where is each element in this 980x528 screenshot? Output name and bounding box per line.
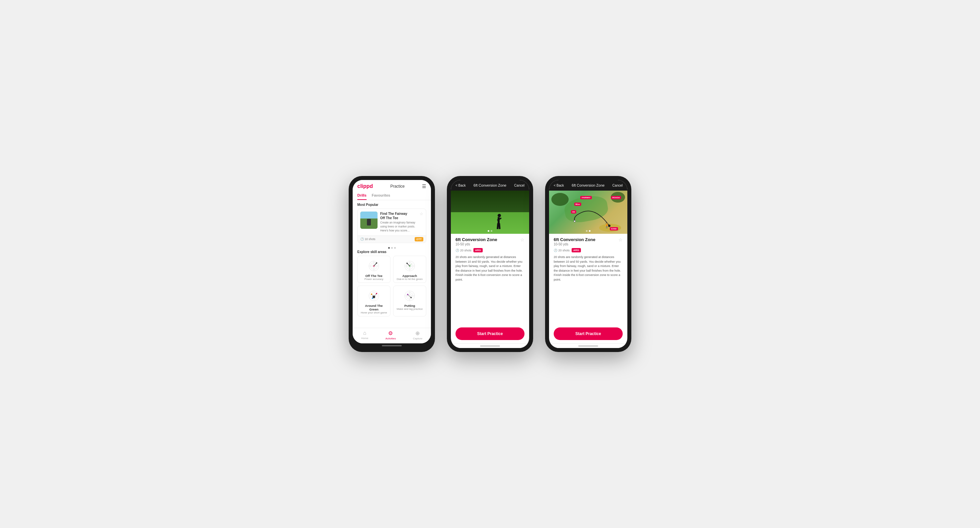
screen-title: Practice xyxy=(390,184,404,188)
drill-body-3: 6ft Conversion Zone 10-50 yds ☆ 🕐 20 sho… xyxy=(549,234,627,324)
svg-point-15 xyxy=(406,263,408,264)
back-button-3[interactable]: < Back xyxy=(554,183,564,187)
cancel-button[interactable]: Cancel xyxy=(514,183,525,187)
skill-ott-icon xyxy=(366,259,382,273)
svg-point-35 xyxy=(574,220,575,222)
golfer-silhouette xyxy=(497,214,502,229)
trajectory-svg xyxy=(549,191,627,234)
card-text: Find The Fairway Off The Tee Create an i… xyxy=(380,212,417,233)
img-dot-3-2 xyxy=(589,230,590,232)
skill-putting-icon xyxy=(401,289,418,303)
top-bar: clippd Practice ☰ xyxy=(353,180,431,191)
home-indicator-bar xyxy=(353,343,431,348)
scroll-area[interactable]: Most Popular Find The Fairway Off The Te… xyxy=(353,200,431,328)
tab-bar: Drills Favourites xyxy=(353,191,431,200)
skill-atg-desc: Hone your short game xyxy=(361,311,387,314)
phone-3: < Back 6ft Conversion Zone Cancel xyxy=(545,176,631,352)
phone-1-content: clippd Practice ☰ Drills Favourites Most… xyxy=(353,180,431,343)
skill-approach-name: Approach xyxy=(402,274,417,278)
carousel-dots xyxy=(357,246,426,250)
skill-putting-name: Putting xyxy=(404,304,415,308)
skill-ott-name: Off The Tee xyxy=(365,274,382,278)
card-footer: 🕐 10 shots OTT xyxy=(358,235,426,243)
tab-favourites[interactable]: Favourites xyxy=(372,191,390,200)
phone-1-screen: clippd Practice ☰ Drills Favourites Most… xyxy=(353,180,431,343)
svg-line-23 xyxy=(374,294,377,297)
img-dot-2 xyxy=(491,230,492,232)
start-practice-button[interactable]: Start Practice xyxy=(455,327,525,340)
back-button[interactable]: < Back xyxy=(455,183,466,187)
home-indicator-3 xyxy=(578,345,598,347)
title-row: 6ft Conversion Zone 10-50 yds ☆ xyxy=(455,237,525,246)
skill-ott-desc: Power accuracy xyxy=(364,278,383,281)
dot-2 xyxy=(391,247,393,249)
skills-grid: Off The Tee Power accuracy xyxy=(357,256,426,316)
map-scene: FAIRWAY ROUGH SAND Miss Hit xyxy=(549,191,627,234)
drill-map-image: FAIRWAY ROUGH SAND Miss Hit xyxy=(549,191,627,234)
home-bar-2 xyxy=(451,343,529,348)
skill-putting-desc: Make and lag practice xyxy=(397,308,423,311)
ott-badge: OTT xyxy=(415,237,423,241)
dot-1 xyxy=(388,247,390,249)
start-practice-button-3[interactable]: Start Practice xyxy=(554,327,623,340)
card-inner: Find The Fairway Off The Tee Create an i… xyxy=(358,209,426,235)
drill-body: 6ft Conversion Zone 10-50 yds ☆ 🕐 20 sho… xyxy=(451,234,529,324)
skill-card-approach[interactable]: Approach Dial-in to hit the green xyxy=(393,256,426,283)
drill-description-3: 20 shots are randomly generated at dista… xyxy=(554,255,623,282)
phone-2: < Back 6ft Conversion Zone Cancel xyxy=(447,176,533,352)
skill-card-atg[interactable]: Around The Green Hone your short game xyxy=(357,286,390,316)
home-indicator xyxy=(382,345,402,346)
card-thumbnail xyxy=(360,212,377,229)
card-title: Find The Fairway Off The Tee xyxy=(380,212,417,220)
svg-line-33 xyxy=(408,295,411,298)
shots-info: 🕐 20 shots xyxy=(455,249,471,252)
menu-icon[interactable]: ☰ xyxy=(422,183,426,189)
skill-approach-desc: Dial-in to hit the green xyxy=(397,278,423,281)
drill-header: < Back 6ft Conversion Zone Cancel xyxy=(451,180,529,191)
drill-title-block: 6ft Conversion Zone 10-50 yds xyxy=(455,237,497,246)
phone-1: clippd Practice ☰ Drills Favourites Most… xyxy=(349,176,435,352)
drill-meta: 🕐 20 shots ARG xyxy=(455,248,525,252)
arg-badge: ARG xyxy=(473,248,483,252)
explore-label: Explore skill areas xyxy=(357,250,426,254)
drill-title-3: 6ft Conversion Zone xyxy=(554,237,595,242)
drill-title-block-3: 6ft Conversion Zone 10-50 yds xyxy=(554,237,595,246)
favourite-star-3[interactable]: ☆ xyxy=(618,237,623,242)
phone-2-screen: < Back 6ft Conversion Zone Cancel xyxy=(451,180,529,348)
image-dots-3 xyxy=(586,230,590,232)
drill-image xyxy=(451,191,529,234)
popular-card[interactable]: Find The Fairway Off The Tee Create an i… xyxy=(357,209,426,243)
favourite-icon[interactable]: ☆ xyxy=(420,212,423,216)
phone-2-content: < Back 6ft Conversion Zone Cancel xyxy=(451,180,529,348)
img-dot-3-1 xyxy=(586,230,587,232)
svg-point-7 xyxy=(376,262,377,264)
drill-header-3: < Back 6ft Conversion Zone Cancel xyxy=(549,180,627,191)
skill-card-ott[interactable]: Off The Tee Power accuracy xyxy=(357,256,390,283)
clock-icon: 🕐 xyxy=(455,249,459,252)
drill-distance: 10-50 yds xyxy=(455,242,497,246)
app-logo: clippd xyxy=(357,183,373,189)
nav-activities[interactable]: ⚙ Activities xyxy=(385,330,396,340)
skill-card-putting[interactable]: Putting Make and lag practice xyxy=(393,286,426,316)
tab-drills[interactable]: Drills xyxy=(357,191,367,200)
arg-badge-3: ARG xyxy=(572,248,581,252)
drill-meta-3: 🕐 20 shots ARG xyxy=(554,248,623,252)
nav-home[interactable]: ⌂ Home xyxy=(361,330,368,340)
bottom-nav: ⌂ Home ⚙ Activities ⊕ Capture xyxy=(353,328,431,343)
clock-icon-3: 🕐 xyxy=(554,249,557,252)
title-row-3: 6ft Conversion Zone 10-50 yds ☆ xyxy=(554,237,623,246)
nav-capture[interactable]: ⊕ Capture xyxy=(413,330,422,340)
phone-3-screen: < Back 6ft Conversion Zone Cancel xyxy=(549,180,627,348)
skill-atg-icon xyxy=(366,289,382,303)
cancel-button-3[interactable]: Cancel xyxy=(612,183,623,187)
shots-label: 🕐 10 shots xyxy=(360,238,375,241)
most-popular-label: Most Popular xyxy=(357,203,426,207)
drill-description: 20 shots are randomly generated at dista… xyxy=(455,255,525,282)
dot-3 xyxy=(394,247,396,249)
nav-activities-label: Activities xyxy=(385,337,396,340)
phone-3-content: < Back 6ft Conversion Zone Cancel xyxy=(549,180,627,348)
favourite-star[interactable]: ☆ xyxy=(520,237,525,242)
phones-container: clippd Practice ☰ Drills Favourites Most… xyxy=(349,176,631,352)
skill-approach-icon xyxy=(401,259,418,273)
img-dot-1 xyxy=(488,230,489,232)
